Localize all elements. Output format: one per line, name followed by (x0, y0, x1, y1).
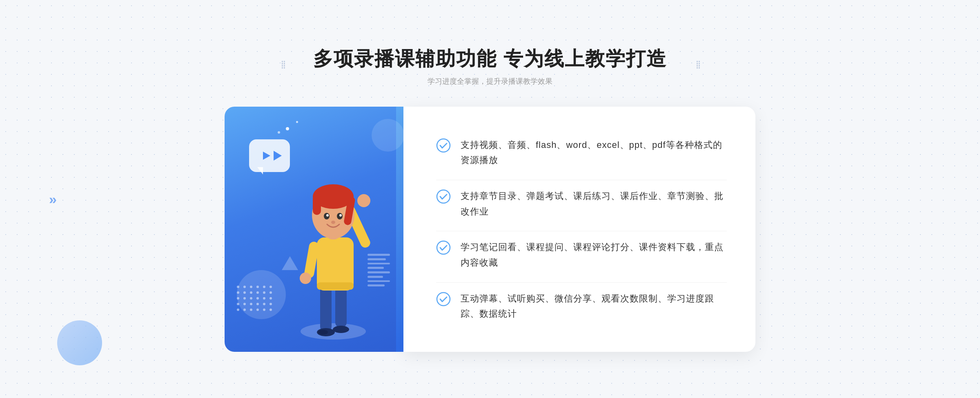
feature-text-3: 学习笔记回看、课程提问、课程评论打分、课件资料下载，重点内容收藏 (461, 239, 727, 270)
svg-marker-0 (263, 152, 270, 160)
deco-circle-2 (372, 119, 404, 152)
person-illustration (276, 156, 390, 352)
header-section: 多项录播课辅助功能 专为线上教学打造 学习进度全掌握，提升录播课教学效果 (313, 46, 666, 86)
svg-point-19 (326, 214, 329, 217)
svg-point-9 (357, 194, 370, 207)
sparkle-2 (296, 121, 298, 123)
check-icon-3 (436, 240, 451, 255)
svg-point-23 (437, 139, 450, 152)
sparkle-1 (286, 127, 289, 130)
sparkle-3 (278, 131, 280, 134)
svg-point-5 (333, 326, 349, 333)
page-container: » 多项录播课辅助功能 专为线上教学打造 学习进度全掌握，提升录播课教学效果 (0, 0, 980, 398)
svg-rect-2 (320, 286, 332, 331)
deco-circle-page (57, 320, 102, 365)
feature-text-4: 互动弹幕、试听购买、微信分享、观看次数限制、学习进度跟踪、数据统计 (461, 291, 727, 322)
svg-rect-7 (317, 282, 354, 290)
svg-point-21 (331, 221, 335, 224)
svg-point-22 (318, 330, 328, 335)
features-card: 支持视频、音频、flash、word、excel、ppt、pdf等各种格式的资源… (403, 107, 755, 352)
svg-point-20 (339, 214, 342, 217)
content-area: 支持视频、音频、flash、word、excel、ppt、pdf等各种格式的资源… (225, 107, 755, 352)
check-icon-4 (436, 292, 451, 306)
feature-text-1: 支持视频、音频、flash、word、excel、ppt、pdf等各种格式的资源… (461, 137, 727, 168)
feature-item-1: 支持视频、音频、flash、word、excel、ppt、pdf等各种格式的资源… (436, 129, 727, 176)
svg-point-25 (437, 241, 450, 254)
deco-dots (237, 286, 273, 311)
check-icon-1 (436, 138, 451, 153)
svg-point-24 (437, 190, 450, 203)
chevron-left-icon: » (49, 191, 57, 207)
illustration-card (225, 107, 396, 352)
check-icon-2 (436, 189, 451, 204)
page-title: 多项录播课辅助功能 专为线上教学打造 (313, 46, 666, 72)
play-bubble-tail (257, 167, 263, 174)
feature-item-2: 支持章节目录、弹题考试、课后练习、课后作业、章节测验、批改作业 (436, 180, 727, 227)
feature-item-4: 互动弹幕、试听购买、微信分享、观看次数限制、学习进度跟踪、数据统计 (436, 282, 727, 330)
svg-point-26 (437, 293, 450, 306)
svg-rect-15 (313, 195, 321, 215)
feature-item-3: 学习笔记回看、课程提问、课程评论打分、课件资料下载，重点内容收藏 (436, 231, 727, 278)
page-subtitle: 学习进度全掌握，提升录播课教学效果 (313, 76, 666, 86)
feature-text-2: 支持章节目录、弹题考试、课后练习、课后作业、章节测验、批改作业 (461, 188, 727, 219)
main-inner: 多项录播课辅助功能 专为线上教学打造 学习进度全掌握，提升录播课教学效果 (204, 46, 776, 352)
svg-point-11 (300, 273, 311, 284)
svg-rect-3 (335, 286, 347, 327)
